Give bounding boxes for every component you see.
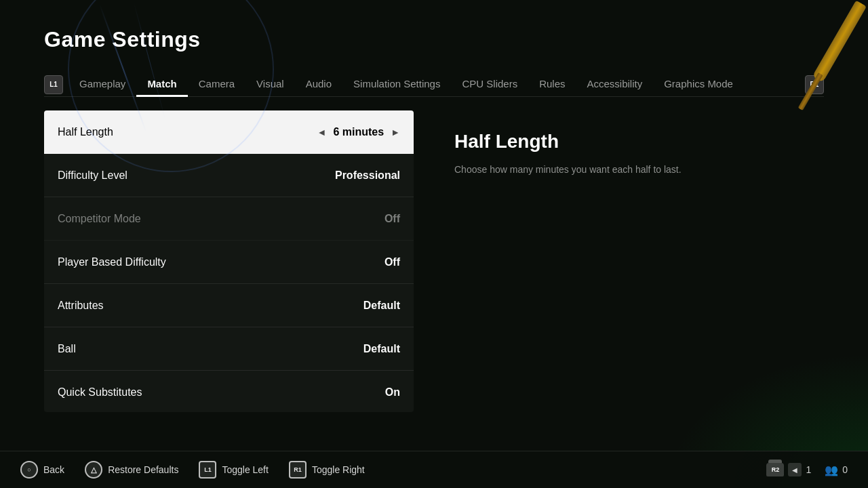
tab-gameplay[interactable]: Gameplay — [68, 73, 136, 97]
circle-button-icon: ○ — [20, 461, 38, 479]
setting-value-difficulty: Professional — [335, 169, 400, 182]
setting-label-competitor-mode: Competitor Mode — [58, 213, 141, 225]
setting-value-half-length: ◄ 6 minutes ► — [317, 126, 400, 138]
setting-label-attributes: Attributes — [58, 300, 104, 312]
triangle-button-icon: △ — [85, 461, 102, 479]
bottom-right-area: R2 ◀ 1 👥 0 — [766, 463, 848, 476]
setting-row-half-length[interactable]: Half Length ◄ 6 minutes ► — [44, 110, 414, 154]
r2-button-icon[interactable]: R2 — [766, 463, 784, 476]
setting-row-ball[interactable]: Ball Default — [44, 327, 414, 371]
setting-row-competitor-mode[interactable]: Competitor Mode Off — [44, 197, 414, 241]
setting-row-player-based-difficulty[interactable]: Player Based Difficulty Off — [44, 241, 414, 284]
setting-label-quick-substitutes: Quick Substitutes — [58, 386, 142, 399]
r2-nav-item: R2 ◀ 1 — [766, 463, 811, 476]
restore-label: Restore Defaults — [108, 464, 178, 475]
info-title: Half Length — [454, 131, 797, 152]
setting-label-half-length: Half Length — [58, 126, 113, 138]
people-icon: 👥 — [825, 464, 838, 476]
tab-accessibility[interactable]: Accessibility — [576, 73, 654, 97]
page-title: Game Settings — [44, 27, 824, 52]
setting-value-competitor-mode: Off — [384, 213, 400, 225]
setting-value-attributes: Default — [363, 300, 400, 312]
arrow-left-half-length[interactable]: ◄ — [317, 127, 327, 138]
main-content: Half Length ◄ 6 minutes ► Difficulty Lev… — [0, 97, 868, 426]
nav-tabs: L1 Gameplay Match Camera Visual Audio Si… — [44, 73, 824, 97]
tab-match[interactable]: Match — [136, 73, 187, 97]
settings-panel: Half Length ◄ 6 minutes ► Difficulty Lev… — [44, 110, 414, 412]
tab-graphics[interactable]: Graphics Mode — [653, 73, 744, 97]
l1-bottom-icon: L1 — [199, 461, 216, 479]
setting-row-difficulty[interactable]: Difficulty Level Professional — [44, 154, 414, 197]
toggle-left-action[interactable]: L1 Toggle Left — [199, 461, 269, 479]
user-count: 0 — [842, 464, 848, 475]
tab-audio[interactable]: Audio — [295, 73, 342, 97]
setting-row-quick-substitutes[interactable]: Quick Substitutes On — [44, 371, 414, 412]
setting-label-difficulty: Difficulty Level — [58, 169, 127, 182]
toggle-right-label: Toggle Right — [312, 464, 365, 475]
info-panel: Half Length Choose how many minutes you … — [427, 110, 824, 412]
back-label: Back — [43, 464, 64, 475]
tab-camera[interactable]: Camera — [188, 73, 245, 97]
arrow-right-half-length[interactable]: ► — [391, 127, 400, 138]
tab-simulation[interactable]: Simulation Settings — [342, 73, 451, 97]
player-count: 1 — [806, 464, 811, 475]
setting-value-ball: Default — [363, 343, 400, 355]
bottom-bar: ○ Back △ Restore Defaults L1 Toggle Left… — [0, 451, 868, 488]
setting-value-quick-substitutes: On — [385, 386, 400, 399]
r1-bottom-icon: R1 — [289, 461, 307, 479]
setting-value-player-based-difficulty: Off — [384, 256, 400, 268]
toggle-right-action[interactable]: R1 Toggle Right — [289, 461, 365, 479]
back-action[interactable]: ○ Back — [20, 461, 64, 479]
restore-defaults-action[interactable]: △ Restore Defaults — [85, 461, 178, 479]
nav-left-icon[interactable]: ◀ — [788, 463, 802, 476]
tab-rules[interactable]: Rules — [528, 73, 576, 97]
info-description: Choose how many minutes you want each ha… — [454, 163, 797, 177]
setting-label-player-based-difficulty: Player Based Difficulty — [58, 256, 166, 268]
l1-button-icon[interactable]: L1 — [44, 75, 63, 94]
header: Game Settings L1 Gameplay Match Camera V… — [0, 0, 868, 97]
setting-row-attributes[interactable]: Attributes Default — [44, 284, 414, 327]
toggle-left-label: Toggle Left — [222, 464, 269, 475]
tab-visual[interactable]: Visual — [245, 73, 295, 97]
user-count-item: 👥 0 — [825, 464, 848, 476]
setting-label-ball: Ball — [58, 343, 76, 355]
tab-cpu-sliders[interactable]: CPU Sliders — [451, 73, 528, 97]
